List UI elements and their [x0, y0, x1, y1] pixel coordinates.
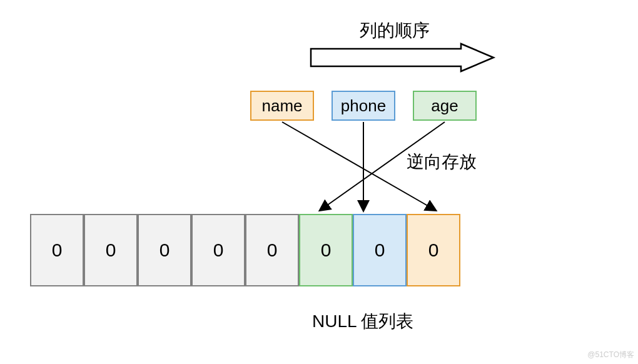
bit-cell-4: 0: [245, 214, 299, 286]
null-list-label: NULL 值列表: [312, 310, 413, 333]
bit-cell-3: 0: [191, 214, 245, 286]
bit-value: 0: [321, 240, 332, 261]
bit-value: 0: [160, 240, 170, 261]
bit-value: 0: [267, 240, 278, 261]
bit-value: 0: [106, 240, 116, 261]
bit-cell-0: 0: [30, 214, 84, 286]
svg-line-4: [320, 122, 445, 210]
bit-cell-5: 0: [299, 214, 353, 286]
bit-cell-1: 0: [84, 214, 138, 286]
bit-cell-6: 0: [353, 214, 407, 286]
bit-value: 0: [52, 240, 63, 261]
svg-line-2: [282, 122, 435, 210]
bit-value: 0: [428, 240, 439, 261]
bit-value: 0: [213, 240, 224, 261]
bit-value: 0: [375, 240, 385, 261]
bit-cell-7: 0: [407, 214, 460, 286]
bit-cell-2: 0: [138, 214, 191, 286]
watermark: @51CTO博客: [587, 350, 634, 360]
